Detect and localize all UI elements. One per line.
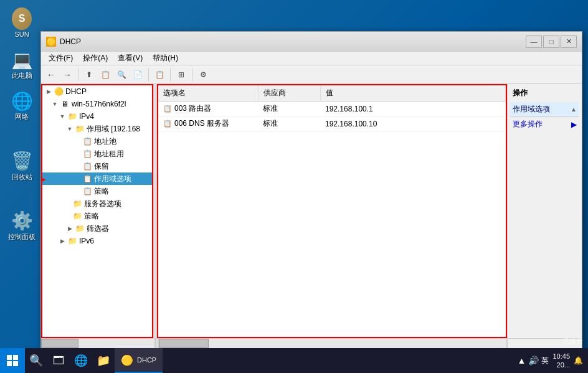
desktop-icon-sun[interactable]: S SUN — [3, 6, 40, 41]
toolbar-forward[interactable]: → — [60, 68, 75, 82]
computer-icon: 💻 — [12, 50, 32, 70]
secondary-action[interactable]: 更多操作 ▶ — [510, 117, 579, 131]
tree-filter[interactable]: ▶ 📁 筛选器 — [42, 222, 152, 235]
expand-scope[interactable]: ▼ — [65, 124, 75, 134]
taskbar-search[interactable]: 🔍 — [25, 348, 47, 373]
content-scrollbar[interactable] — [159, 339, 507, 348]
expand-ipv6[interactable]: ▶ — [57, 236, 67, 246]
toolbar-sep4 — [192, 68, 192, 81]
toolbar-btn5[interactable]: 📋 — [152, 68, 167, 82]
tree-reserve[interactable]: 📋 保留 — [42, 160, 152, 172]
desktop-icon-network[interactable]: 🌐 网络 — [3, 88, 40, 123]
window-title: DHCP — [60, 37, 526, 46]
expand-server-opt — [65, 199, 72, 209]
windows-logo-icon — [6, 354, 19, 367]
system-clock[interactable]: 10:45 20... — [552, 352, 570, 370]
close-button[interactable]: ✕ — [561, 35, 577, 48]
toolbar-sep1 — [78, 68, 78, 81]
tree-scrollbar[interactable] — [41, 339, 155, 348]
desktop-icon-recycle[interactable]: 🗑️ 回收站 — [3, 149, 40, 184]
server-opt-icon: 📁 — [72, 199, 82, 209]
toolbar-btn4[interactable]: 📄 — [130, 68, 145, 82]
tree-policy-server[interactable]: 📁 策略 — [42, 210, 152, 222]
tree-reserve-label: 保留 — [94, 161, 109, 172]
toolbar-btn3[interactable]: 🔍 — [114, 68, 129, 82]
taskbar-taskview[interactable]: 🗔 — [47, 348, 70, 373]
scope-icon: 📁 — [75, 124, 85, 134]
menu-view[interactable]: 查看(V) — [113, 52, 148, 65]
tree-root[interactable]: ▶ 🟡 DHCP — [42, 85, 152, 98]
tree-ipv4[interactable]: ▼ 📁 IPv4 — [42, 110, 152, 123]
tree-ipv6[interactable]: ▶ 📁 IPv6 — [42, 235, 152, 247]
table-row[interactable]: 📋 006 DNS 服务器 标准 192.168.100.10 — [158, 116, 506, 131]
tray-expand-icon[interactable]: ▲ — [518, 356, 526, 366]
table-row[interactable]: 📋 003 路由器 标准 192.168.100.1 — [158, 102, 506, 116]
table-body: 📋 003 路由器 标准 192.168.100.1 📋 — [158, 102, 506, 131]
menu-help[interactable]: 帮助(H) — [148, 52, 183, 65]
toolbar-settings[interactable]: ⚙ — [196, 68, 211, 82]
cell-name-2: 📋 006 DNS 服务器 — [158, 116, 258, 131]
taskbar-ie[interactable]: 🌐 — [70, 348, 92, 373]
expand-server[interactable]: ▼ — [50, 99, 60, 109]
tray-notification[interactable]: 🔔 — [574, 356, 583, 365]
menu-bar: 文件(F) 操作(A) 查看(V) 帮助(H) — [41, 52, 582, 65]
addr-pool-icon: 📋 — [82, 136, 92, 146]
expand-root[interactable]: ▶ — [44, 87, 54, 97]
center-panel: 选项名 供应商 值 📋 003 路由器 — [157, 84, 507, 338]
col-vendor[interactable]: 供应商 — [258, 85, 320, 102]
reserve-icon: 📋 — [82, 161, 92, 171]
minimize-button[interactable]: — — [526, 35, 542, 48]
tree-scope-options[interactable]: 📋 作用域选项 — [42, 172, 152, 185]
svg-rect-1 — [13, 355, 18, 360]
toolbar-btn6[interactable]: ⊞ — [174, 68, 189, 82]
expand-scope-opt — [75, 174, 82, 184]
col-value[interactable]: 值 — [320, 85, 506, 102]
start-button[interactable] — [0, 348, 25, 373]
toolbar-up[interactable]: ⬆ — [82, 68, 97, 82]
toolbar-btn2[interactable]: 📋 — [98, 68, 113, 82]
desktop-icon-controlpanel[interactable]: ⚙️ 控制面板 — [3, 209, 40, 243]
tree-address-pool[interactable]: 📋 地址池 — [42, 135, 152, 148]
tree-scope[interactable]: ▼ 📁 作用域 [192.168 — [42, 123, 152, 135]
avatar-image: S — [12, 9, 32, 29]
tree-lease[interactable]: 📋 地址租用 — [42, 148, 152, 160]
tree-policy-scope[interactable]: 📋 策略 — [42, 185, 152, 197]
maximize-button[interactable]: □ — [543, 35, 559, 48]
content-scroll-thumb — [159, 339, 209, 348]
tree-filter-label: 筛选器 — [87, 224, 109, 234]
tree-scope-label: 作用域 [192.168 — [87, 124, 140, 135]
menu-action[interactable]: 操作(A) — [78, 52, 113, 65]
server-icon: 🖥 — [60, 99, 70, 109]
toolbar-back[interactable]: ← — [44, 68, 59, 82]
table-header: 选项名 供应商 值 — [158, 85, 506, 102]
desktop: S SUN 💻 此电脑 🌐 网络 🗑️ 回收站 ⚙️ 控制面板 🟡 DHC — [0, 0, 588, 373]
tree-server-options[interactable]: 📁 服务器选项 — [42, 197, 152, 210]
desktop-icon-computer[interactable]: 💻 此电脑 — [3, 47, 40, 82]
scope-opt-icon: 📋 — [82, 174, 92, 184]
primary-action[interactable]: 作用域选项 ▲ — [510, 102, 579, 117]
tray-volume-icon[interactable]: 🔊 — [528, 356, 539, 366]
policy-server-icon: 📁 — [72, 211, 82, 221]
expand-filter[interactable]: ▶ — [65, 224, 75, 234]
taskbar-explorer[interactable]: 📁 — [92, 348, 115, 373]
expand-ipv4[interactable]: ▼ — [57, 111, 67, 121]
policy-scope-icon: 📋 — [82, 186, 92, 196]
tree-server[interactable]: ▼ 🖥 win-517h6nk6f2l — [42, 98, 152, 110]
tray-lang-indicator[interactable]: 英 — [541, 356, 549, 366]
tree-root-label: DHCP — [65, 87, 87, 96]
right-panel-title: 操作 — [510, 87, 579, 100]
expand-reserve — [75, 161, 82, 171]
col-name[interactable]: 选项名 — [158, 85, 258, 102]
expand-addr-pool — [75, 136, 82, 146]
taskbar-dhcp-app[interactable]: 🟡 DHCP — [115, 348, 163, 373]
tree-scope-options-container: ➤ 📋 作用域选项 — [42, 172, 152, 185]
cell-name-1: 📋 003 路由器 — [158, 102, 258, 116]
avatar-label: SUN — [14, 31, 29, 39]
system-tray: ▲ 🔊 英 — [518, 356, 549, 366]
window-icon: 🟡 — [46, 37, 56, 47]
annotation-arrow: ➤ — [41, 174, 45, 186]
secondary-action-arrow: ▶ — [571, 120, 577, 129]
menu-file[interactable]: 文件(F) — [44, 52, 78, 65]
dhcp-root-icon: 🟡 — [54, 87, 64, 97]
content-table: 选项名 供应商 值 📋 003 路由器 — [158, 85, 506, 131]
